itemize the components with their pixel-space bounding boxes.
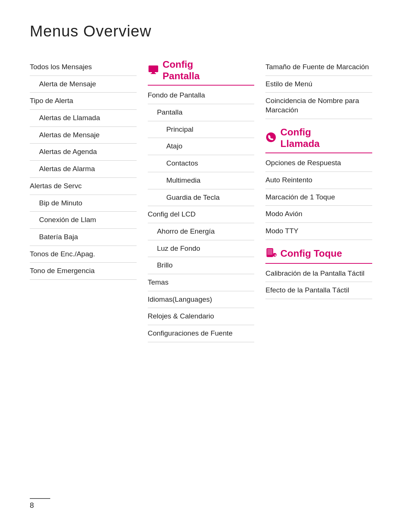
list-item: Efecto de la Pantalla Táctil — [265, 282, 372, 299]
section-header-config-llamada: ConfigLlamada — [265, 126, 372, 153]
list-item: Principal — [148, 121, 255, 138]
list-item: Idiomas(Languages) — [148, 291, 255, 308]
list-item: Config del LCD — [148, 206, 255, 223]
list-item: Marcación de 1 Toque — [265, 189, 372, 206]
list-item: Alertas de Servc — [30, 178, 137, 195]
list-item: Alerta de Mensaje — [30, 76, 137, 93]
list-item: Auto Reintento — [265, 172, 372, 189]
list-item: Brillo — [148, 257, 255, 274]
list-item: Opciones de Respuesta — [265, 155, 372, 172]
page-number-area: 8 — [30, 498, 50, 510]
list-item: Modo TTY — [265, 223, 372, 240]
list-item: Todos los Mensajes — [30, 59, 137, 76]
svg-rect-0 — [149, 65, 158, 72]
list-item: Relojes & Calendario — [148, 308, 255, 325]
section-header-text: Config Toque — [280, 248, 342, 259]
page-number: 8 — [30, 501, 50, 510]
page-container: Menus Overview Todos los MensajesAlerta … — [0, 0, 402, 372]
svg-rect-5 — [267, 249, 272, 255]
list-item: Tipo de Alerta — [30, 93, 137, 110]
svg-point-3 — [266, 132, 276, 142]
list-item: Multimedia — [148, 172, 255, 189]
list-item: Ahorro de Energía — [148, 223, 255, 240]
column-1: Todos los MensajesAlerta de MensajeTipo … — [30, 59, 148, 280]
list-item: Fondo de Pantalla — [148, 87, 255, 104]
touch-icon: ✦ — [265, 247, 277, 260]
column-3: Tamaño de Fuente de MarcaciónEstilo de M… — [265, 59, 372, 299]
section-header-config-pantalla: ConfigPantalla — [148, 59, 255, 86]
menu-columns: Todos los MensajesAlerta de MensajeTipo … — [30, 59, 372, 342]
svg-rect-2 — [151, 73, 156, 74]
screen-icon — [148, 64, 159, 77]
page-title: Menus Overview — [30, 22, 372, 40]
list-item: Alertas de Alarma — [30, 161, 137, 178]
list-item: Atajo — [148, 138, 255, 155]
list-item: Alertas de Llamada — [30, 110, 137, 127]
svg-text:✦: ✦ — [274, 254, 277, 257]
list-item: Alertas de Agenda — [30, 144, 137, 161]
list-item: Luz de Fondo — [148, 240, 255, 257]
list-item: Pantalla — [148, 104, 255, 121]
list-item: Modo Avión — [265, 206, 372, 223]
page-number-divider — [30, 498, 50, 499]
list-item: Tonos de Enc./Apag. — [30, 246, 137, 263]
list-item: Calibración de la Pantalla Táctil — [265, 265, 372, 282]
list-item: Configuraciones de Fuente — [148, 325, 255, 342]
list-item: Coincidencia de Nombre para Marcación — [265, 93, 372, 119]
list-item: Contactos — [148, 155, 255, 172]
call-icon — [265, 132, 277, 144]
section-header-text: ConfigPantalla — [163, 59, 200, 82]
list-item: Guardia de Tecla — [148, 189, 255, 206]
svg-rect-1 — [152, 72, 155, 73]
list-item: Conexión de Llam — [30, 212, 137, 229]
list-item: Tono de Emergencia — [30, 263, 137, 280]
list-item: Tamaño de Fuente de Marcación — [265, 59, 372, 76]
list-item: Temas — [148, 274, 255, 291]
list-item: Alertas de Mensaje — [30, 127, 137, 144]
list-item: Batería Baja — [30, 229, 137, 246]
section-header-config-toque: ✦ Config Toque — [265, 247, 372, 264]
section-header-text: ConfigLlamada — [280, 126, 320, 150]
list-item: Bip de Minuto — [30, 195, 137, 212]
column-2: ConfigPantallaFondo de PantallaPantallaP… — [148, 59, 266, 342]
list-item: Estilo de Menú — [265, 76, 372, 93]
